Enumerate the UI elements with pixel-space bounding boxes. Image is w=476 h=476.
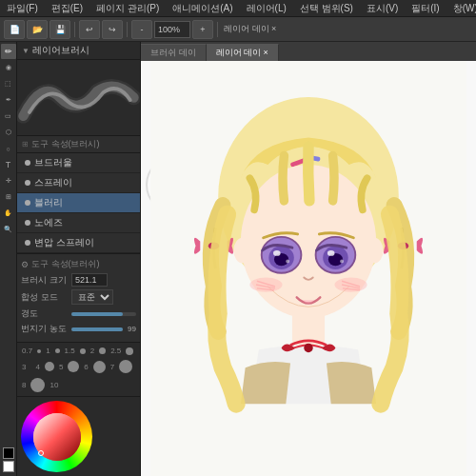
size-dot-10[interactable] [30,378,45,392]
size-8[interactable]: 8 [22,381,26,389]
menu-page[interactable]: 페이지 관리(P) [93,2,162,15]
canvas-tab-label: 레이어 데이 × [224,23,276,35]
opacity-slider[interactable] [71,312,136,316]
brush-size-input[interactable] [71,273,108,287]
size-dot-8[interactable] [93,361,106,373]
size-2[interactable]: 2 [90,347,94,355]
size-dot-4[interactable] [99,347,106,354]
opacity-row: 경도 [21,307,136,320]
color-wheel[interactable] [21,401,92,472]
text-tool[interactable]: T [1,157,16,172]
drawing-canvas[interactable] [141,61,476,476]
pen-tool[interactable]: ✒ [1,92,16,108]
size-1-5[interactable]: 1.5 [65,347,75,355]
brush-item-spray[interactable]: 스프레이 [17,173,140,193]
color-picker-panel [17,396,140,476]
brush-panel-header: ▼ 레이어브러시 [17,42,140,60]
subtool-panel: ⊞ 도구 속성(브러시) [17,136,140,153]
toolbar-separator-1 [74,22,75,37]
size-dot-6[interactable] [45,362,54,371]
lasso-tool[interactable]: ◉ [1,60,16,75]
tool-options-panel: ⚙ 도구 속성(브러쉬) 브러시 크기 합성 모드 표준 경도 번지 [17,253,140,342]
size-2-5[interactable]: 2.5 [110,347,121,355]
toolbar: 📄 📂 💾 ↩ ↪ - + 레이어 데이 × [0,17,476,42]
undo-button[interactable]: ↩ [79,20,100,39]
selection-tool[interactable]: ⬚ [1,76,16,91]
redo-button[interactable]: ↪ [102,20,123,39]
size-dot-5[interactable] [126,347,133,355]
size-3[interactable]: 3 [22,363,26,371]
transform-tool[interactable]: ⊞ [1,189,16,205]
brush-dot-icon [25,200,30,206]
menu-layer[interactable]: 레이어(L) [244,2,289,15]
brush-item-blur[interactable]: 블러리 [17,193,140,213]
zoom-out-button[interactable]: - [131,20,152,39]
svg-point-19 [327,250,335,256]
size-1[interactable]: 1 [46,347,50,355]
size-5[interactable]: 5 [59,363,63,371]
anime-character-illustration [141,61,476,476]
canvas-tab-0[interactable]: 브러쉬 데이 [141,44,207,61]
color-wheel-inner[interactable] [33,413,81,461]
foreground-color[interactable] [3,447,14,459]
blend-mode-label: 합성 모드 [21,291,69,304]
size-dot-7[interactable] [68,361,79,372]
move-tool[interactable]: ✛ [1,173,16,188]
pencil-tool[interactable]: ✏ [1,44,16,59]
svg-point-20 [340,260,344,264]
brush-stroke-preview [17,60,140,135]
zoom-tool[interactable]: 🔍 [1,222,16,237]
size-0-7[interactable]: 0.7 [22,347,32,355]
toolbar-separator-3 [217,22,218,37]
brush-sizes-panel: 0.7 1 1.5 2 2.5 3 4 5 6 7 8 10 [17,342,140,396]
brush-size-label: 브러시 크기 [21,274,69,287]
toolbar-separator-2 [127,22,128,37]
canvas-area[interactable]: 브러쉬 데이 레이어 데이 × [141,42,476,476]
eraser-tool[interactable]: ▭ [1,109,16,124]
menu-animation[interactable]: 애니메이션(A) [169,2,235,15]
density-slider[interactable] [71,327,123,331]
fill-tool[interactable]: ⬡ [1,125,16,140]
menu-select[interactable]: 선택 범위(S) [297,2,356,15]
size-7[interactable]: 7 [110,363,114,371]
zoom-in-button[interactable]: + [192,20,213,39]
menu-bar: 파일(F) 편집(E) 페이지 관리(P) 애니메이션(A) 레이어(L) 선택… [0,0,476,17]
menu-edit[interactable]: 편집(E) [49,2,86,15]
size-dot-2[interactable] [55,348,60,353]
opacity-slider-fill [71,312,123,316]
menu-file[interactable]: 파일(F) [4,2,41,15]
zoom-input[interactable] [154,21,190,38]
canvas-tab-bar: 브러쉬 데이 레이어 데이 × [141,42,476,61]
options-title: 도구 속성(브러쉬) [31,258,100,270]
size-dot-3[interactable] [80,348,86,354]
menu-view[interactable]: 표시(V) [364,2,401,15]
save-button[interactable]: 💾 [50,20,70,39]
size-dot-9[interactable] [119,360,132,373]
open-button[interactable]: 📂 [27,20,48,39]
brush-list[interactable]: 브드러울 스프레이 블러리 노에즈 변압 스프레이 ● 보조 도구 추가 [17,153,140,253]
background-color[interactable] [3,461,14,472]
left-toolbox: ✏ ◉ ⬚ ✒ ▭ ⬡ ○ T ✛ ⊞ ✋ 🔍 [0,42,17,476]
size-dot-1[interactable] [37,349,41,353]
subtool-label: 도구 속성(브러시) [31,138,100,150]
menu-filter[interactable]: 필터(I) [408,2,442,15]
brush-dot-icon [25,180,30,186]
main-area: ✏ ◉ ⬚ ✒ ▭ ⬡ ○ T ✛ ⊞ ✋ 🔍 ▼ 레이어브러시 [0,42,476,476]
size-4[interactable]: 4 [35,363,39,371]
brush-item-soft[interactable]: 브드러울 [17,153,140,173]
size-6[interactable]: 6 [84,363,88,371]
tool-options-header: ⚙ 도구 속성(브러쉬) [21,258,136,270]
brush-item-variation[interactable]: 변압 스프레이 [17,233,140,253]
blend-mode-select[interactable]: 표준 [71,289,113,305]
menu-window[interactable]: 창(W) [450,2,476,15]
hand-tool[interactable]: ✋ [1,206,16,221]
panel-arrow-icon: ▼ [22,47,30,55]
density-label: 번지기 농도 [21,323,69,335]
shape-tool[interactable]: ○ [1,141,16,156]
canvas-tab-1[interactable]: 레이어 데이 × [207,44,279,61]
brush-item-noise[interactable]: 노에즈 [17,213,140,233]
brush-dot-icon [25,160,30,166]
size-10[interactable]: 10 [50,381,58,389]
svg-point-7 [233,238,251,264]
new-canvas-button[interactable]: 📄 [4,20,25,39]
